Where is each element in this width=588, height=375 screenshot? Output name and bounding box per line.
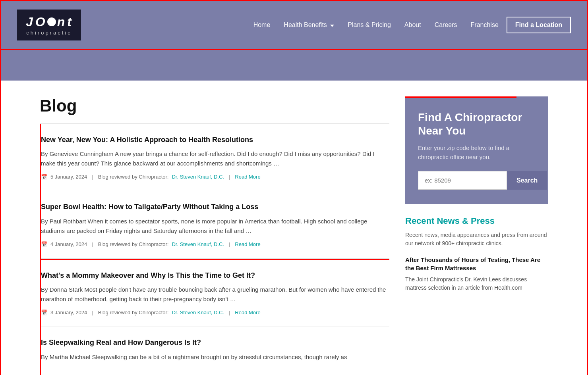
nav-find-location[interactable]: Find a Location [507, 17, 571, 33]
separator-3: | [92, 310, 93, 315]
blog-post-excerpt-4: By Martha Michael Sleepwalking can be a … [41, 352, 389, 362]
site-header: JOnt chiropractic Home Health Benefits P… [1, 1, 587, 49]
main-content: Blog New Year, New You: A Holistic Appro… [16, 81, 572, 375]
blog-post-excerpt-3: By Donna Stark Most people don't have an… [41, 285, 389, 304]
blog-post-title-3: What's a Mommy Makeover and Why Is This … [41, 271, 389, 280]
separator2: | [229, 174, 230, 180]
nav-home[interactable]: Home [248, 18, 276, 32]
nav-franchise[interactable]: Franchise [465, 18, 504, 32]
zip-code-input[interactable] [418, 171, 507, 190]
read-more-link-2[interactable]: Read More [235, 241, 260, 247]
blog-post-excerpt-2: By Paul Rothbart When it comes to specta… [41, 217, 389, 236]
reviewed-label-2: Blog reviewed by Chiropractor: [98, 241, 169, 247]
blog-post-title-4: Is Sleepwalking Real and How Dangerous I… [41, 338, 389, 347]
recent-news-section: Recent News & Press Recent news, media a… [405, 216, 548, 292]
search-button[interactable]: Search [507, 171, 547, 190]
news-item-title: After Thousands of Hours of Testing, The… [405, 256, 548, 272]
nav-health-benefits[interactable]: Health Benefits [278, 18, 340, 32]
blog-post-date-1: 5 January, 2024 [50, 174, 87, 180]
find-widget-title: Find A Chiropractor Near You [418, 111, 536, 137]
blog-post-title-1: New Year, New You: A Holistic Approach t… [41, 135, 389, 144]
main-nav: Home Health Benefits Plans & Pricing Abo… [248, 17, 571, 33]
reviewer-link-3[interactable]: Dr. Steven Knauf, D.C. [172, 310, 224, 315]
separator-2b: | [229, 241, 230, 247]
read-more-link-3[interactable]: Read More [235, 310, 260, 315]
blog-post-meta-2: 📅 4 January, 2024 | Blog reviewed by Chi… [41, 241, 389, 247]
sidebar: Find A Chiropractor Near You Enter your … [405, 96, 548, 292]
site-logo[interactable]: JOnt chiropractic [17, 10, 81, 40]
reviewer-link-1[interactable]: Dr. Steven Knauf, D.C. [172, 174, 224, 180]
find-chiropractor-widget: Find A Chiropractor Near You Enter your … [405, 96, 548, 204]
nav-careers[interactable]: Careers [429, 18, 463, 32]
blog-post-2: Super Bowl Health: How to Tailgate/Party… [41, 191, 389, 258]
calendar-icon: 📅 [41, 174, 47, 180]
recent-news-title: Recent News & Press [405, 216, 548, 226]
read-more-link-1[interactable]: Read More [235, 174, 260, 180]
nav-plans-pricing[interactable]: Plans & Pricing [342, 18, 397, 32]
reviewed-label: Blog reviewed by Chiropractor: [98, 174, 169, 180]
nav-about[interactable]: About [399, 18, 427, 32]
calendar-icon-2: 📅 [41, 241, 47, 247]
blog-post-title-2: Super Bowl Health: How to Tailgate/Party… [41, 202, 389, 212]
blog-post-date-3: 3 January, 2024 [50, 310, 87, 315]
blog-post-excerpt-1: By Genevieve Cunningham A new year bring… [41, 149, 389, 168]
separator-2: | [92, 241, 93, 247]
blog-post-3: What's a Mommy Makeover and Why Is This … [41, 260, 389, 327]
blog-page-title: Blog [40, 96, 389, 115]
recent-news-desc: Recent news, media appearances and press… [405, 231, 548, 248]
separator-3b: | [229, 310, 230, 315]
hero-banner [1, 49, 587, 81]
logo-joint-text: JOnt [25, 14, 73, 28]
logo-chiro-text: chiropractic [26, 30, 72, 36]
blog-post-date-2: 4 January, 2024 [50, 241, 87, 247]
blog-posts-list: New Year, New You: A Holistic Approach t… [40, 124, 389, 375]
blog-post-meta-3: 📅 3 January, 2024 | Blog reviewed by Chi… [41, 310, 389, 315]
blog-post-1: New Year, New You: A Holistic Approach t… [41, 124, 389, 191]
blog-section: Blog New Year, New You: A Holistic Appro… [40, 96, 389, 375]
reviewer-link-2[interactable]: Dr. Steven Knauf, D.C. [172, 241, 224, 247]
separator: | [92, 174, 93, 180]
find-widget-desc: Enter your zip code below to find a chir… [418, 144, 536, 162]
news-item-desc: The Joint Chiropractic's Dr. Kevin Lees … [405, 275, 548, 292]
blog-post-4: Is Sleepwalking Real and How Dangerous I… [41, 327, 389, 375]
chevron-down-icon [330, 25, 334, 27]
find-widget-form: Search [418, 171, 536, 190]
calendar-icon-3: 📅 [41, 310, 47, 315]
blog-post-meta-1: 📅 5 January, 2024 | Blog reviewed by Chi… [41, 174, 389, 180]
reviewed-label-3: Blog reviewed by Chiropractor: [98, 310, 169, 315]
